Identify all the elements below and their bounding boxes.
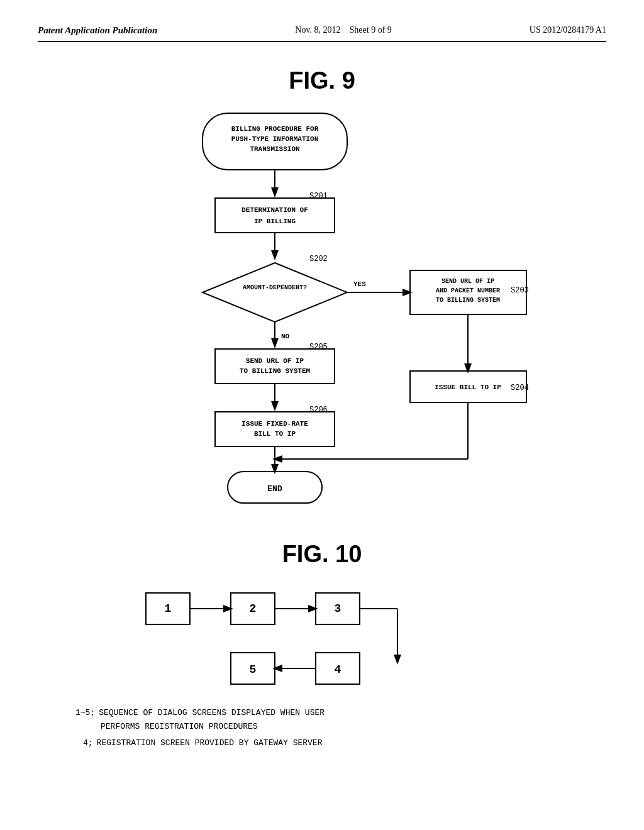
svg-marker-11 [203, 263, 347, 322]
svg-text:4: 4 [335, 663, 341, 676]
legend: 1~5; SEQUENCE OF DIALOG SCREENS DISPLAYE… [75, 706, 606, 750]
fig9-flowchart: BILLING PROCEDURE FOR PUSH-TYPE INFORMAT… [77, 107, 567, 534]
svg-rect-28 [215, 412, 335, 446]
svg-text:TO BILLING SYSTEM: TO BILLING SYSTEM [240, 367, 311, 375]
svg-text:AND PACKET NUMBER: AND PACKET NUMBER [436, 287, 500, 294]
svg-text:ISSUE BILL TO IP: ISSUE BILL TO IP [435, 384, 501, 391]
header-sheet: Sheet 9 of 9 [350, 25, 392, 35]
legend-marker-4: 4; [83, 736, 93, 750]
svg-text:2: 2 [250, 602, 257, 615]
svg-text:TO BILLING SYSTEM: TO BILLING SYSTEM [436, 297, 500, 304]
svg-text:END: END [267, 484, 282, 494]
header-date: Nov. 8, 2012 [295, 25, 340, 35]
header-left: Patent Application Publication [38, 25, 157, 36]
svg-text:BILLING PROCEDURE FOR: BILLING PROCEDURE FOR [231, 125, 319, 133]
legend-line3: 4; REGISTRATION SCREEN PROVIDED BY GATEW… [75, 736, 606, 750]
svg-text:S206: S206 [309, 406, 328, 414]
svg-text:PUSH-TYPE INFORMATION: PUSH-TYPE INFORMATION [231, 135, 319, 143]
svg-text:TRANSMISSION: TRANSMISSION [250, 145, 299, 153]
svg-text:ISSUE FIXED-RATE: ISSUE FIXED-RATE [242, 420, 308, 428]
svg-text:S205: S205 [309, 343, 328, 351]
page: Patent Application Publication Nov. 8, 2… [0, 0, 644, 830]
svg-text:DETERMINATION OF: DETERMINATION OF [242, 206, 308, 214]
svg-text:SEND URL OF IP: SEND URL OF IP [246, 357, 304, 365]
page-header: Patent Application Publication Nov. 8, 2… [38, 25, 606, 42]
svg-text:S202: S202 [309, 255, 328, 263]
svg-text:BILL TO IP: BILL TO IP [254, 430, 296, 438]
flowchart-svg: BILLING PROCEDURE FOR PUSH-TYPE INFORMAT… [77, 107, 567, 534]
svg-rect-23 [215, 349, 335, 384]
svg-text:3: 3 [335, 602, 341, 615]
svg-text:SEND URL OF IP: SEND URL OF IP [441, 278, 494, 285]
svg-text:YES: YES [353, 280, 366, 288]
header-center: Nov. 8, 2012 Sheet 9 of 9 [295, 25, 391, 35]
svg-text:5: 5 [250, 663, 257, 676]
legend-text-1: SEQUENCE OF DIALOG SCREENS DISPLAYED WHE… [99, 706, 325, 720]
svg-text:IP BILLING: IP BILLING [254, 218, 296, 225]
svg-text:S201: S201 [309, 192, 328, 201]
legend-text-2: PERFORMS REGISTRATION PROCEDURES [101, 720, 258, 734]
header-right: US 2012/0284179 A1 [530, 25, 606, 35]
svg-text:AMOUNT-DEPENDENT?: AMOUNT-DEPENDENT? [243, 284, 307, 291]
legend-line1: 1~5; SEQUENCE OF DIALOG SCREENS DISPLAYE… [75, 706, 606, 720]
legend-text-3: REGISTRATION SCREEN PROVIDED BY GATEWAY … [97, 736, 323, 750]
legend-marker-1: 1~5; [75, 706, 95, 720]
svg-text:1: 1 [165, 602, 172, 615]
legend-line2: PERFORMS REGISTRATION PROCEDURES [101, 720, 606, 734]
svg-rect-6 [215, 198, 335, 233]
fig9-title: FIG. 9 [38, 67, 606, 94]
fig10-diagram: 1 2 3 4 5 [77, 580, 567, 694]
svg-text:NO: NO [281, 333, 290, 340]
fig10-title: FIG. 10 [38, 541, 606, 568]
fig10-svg: 1 2 3 4 5 [133, 580, 511, 694]
